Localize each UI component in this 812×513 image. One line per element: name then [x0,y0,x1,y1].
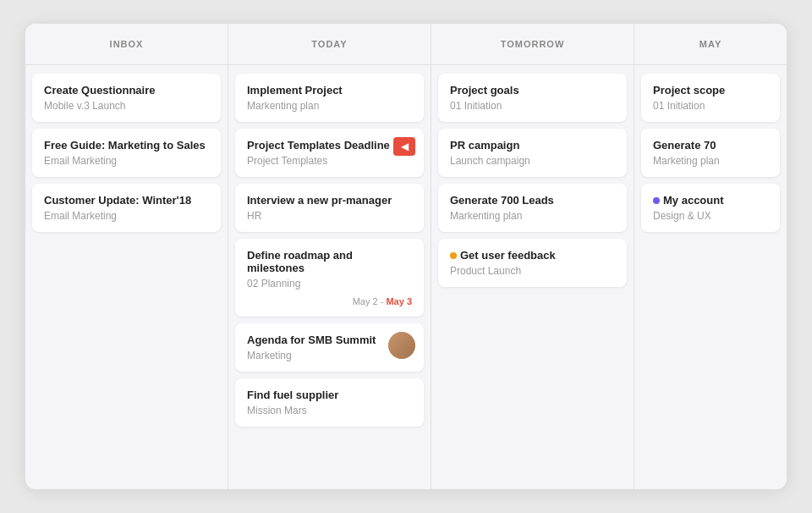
col-header-tomorrow: TOMORROW [431,24,634,64]
card-title: Define roadmap and milestones [247,249,412,274]
card-title: Create Questionnaire [44,84,209,97]
list-item[interactable]: ◀ Project Templates Deadline Project Tem… [235,129,424,177]
board-container: INBOX TODAY TOMORROW MAY Create Question… [25,24,787,489]
list-item[interactable]: Find fuel supplier Mission Mars [235,378,424,427]
card-title: Agenda for SMB Summit [247,334,381,346]
card-sub: 01 Initiation [450,100,615,112]
list-item[interactable]: Get user feedback Product Launch [438,239,627,287]
list-item[interactable]: Project scope 01 Initiation [641,74,780,122]
dot-purple-icon [653,197,660,204]
list-item[interactable]: Free Guide: Marketing to Sales Email Mar… [32,129,221,177]
card-title: Project scope [653,84,768,97]
card-sub: HR [247,210,412,222]
card-sub: Mobile v.3 Launch [44,100,209,112]
card-dates: May 2 - May 3 [247,296,412,306]
flag-icon: ◀ [393,137,415,156]
column-inbox: Create Questionnaire Mobile v.3 Launch F… [25,65,228,489]
date-red: May 3 [386,296,412,306]
list-item[interactable]: Project goals 01 Initiation [438,74,627,122]
card-title: Generate 700 Leads [450,194,615,207]
card-sub: 01 Initiation [653,100,768,112]
list-item[interactable]: Interview a new pr-manager HR [235,184,424,232]
card-title: My account [663,194,724,207]
board-body: Create Questionnaire Mobile v.3 Launch F… [25,65,787,489]
col-header-inbox: INBOX [25,24,228,64]
card-title: Customer Update: Winter'18 [44,194,209,207]
list-item[interactable]: Agenda for SMB Summit Marketing [235,323,424,372]
card-sub: Marketing plan [653,155,768,167]
card-title-row: Get user feedback [450,249,615,262]
card-title-row: My account [653,194,768,207]
list-item[interactable]: Implement Project Markenting plan [235,74,424,122]
list-item[interactable]: Generate 70 Marketing plan [641,129,780,177]
card-title: Free Guide: Marketing to Sales [44,139,209,152]
card-sub: 02 Planning [247,278,412,290]
card-title: Implement Project [247,84,412,97]
card-sub: Design & UX [653,210,768,222]
card-sub: Markenting plan [450,210,615,222]
col-header-today: TODAY [228,24,431,64]
column-tomorrow: Project goals 01 Initiation PR campaign … [431,65,634,489]
card-sub: Product Launch [450,265,615,277]
card-title: Project Templates Deadline [247,139,412,152]
card-sub: Marketing [247,350,381,361]
list-item[interactable]: Define roadmap and milestones 02 Plannin… [235,239,424,317]
card-sub: Project Templates [247,155,412,167]
list-item[interactable]: Customer Update: Winter'18 Email Marketi… [32,184,221,232]
list-item[interactable]: Generate 700 Leads Markenting plan [438,184,627,232]
list-item[interactable]: Create Questionnaire Mobile v.3 Launch [32,74,221,122]
card-sub: Mission Mars [247,405,412,416]
column-may: Project scope 01 Initiation Generate 70 … [634,65,787,489]
card-sub: Launch campaign [450,155,615,167]
card-title: PR campaign [450,139,615,152]
dot-orange-icon [450,252,457,259]
card-title: Project goals [450,84,615,97]
col-header-may: MAY [634,24,787,64]
card-title: Get user feedback [460,249,556,262]
list-item[interactable]: My account Design & UX [641,184,780,232]
list-item[interactable]: PR campaign Launch campaign [438,129,627,177]
column-today: Implement Project Markenting plan ◀ Proj… [228,65,431,489]
card-sub: Email Marketing [44,155,209,167]
board-header: INBOX TODAY TOMORROW MAY [25,24,787,65]
card-title: Interview a new pr-manager [247,194,412,207]
card-sub: Markenting plan [247,100,412,112]
avatar [388,332,415,359]
card-sub: Email Marketing [44,210,209,222]
card-title: Generate 70 [653,139,768,152]
card-title: Find fuel supplier [247,389,412,401]
